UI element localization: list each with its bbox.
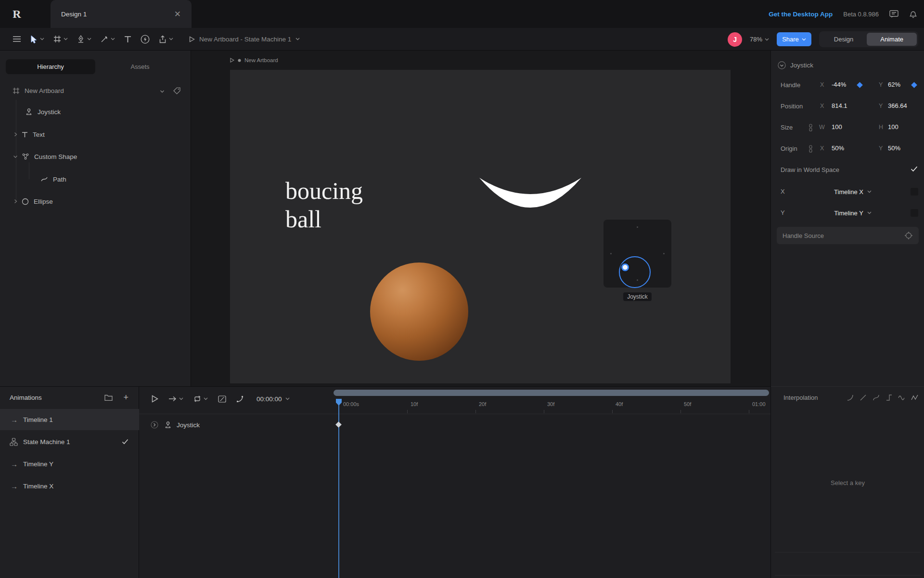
sidebar-tabs: Hierarchy Assets (6, 59, 185, 74)
expand-circle-icon[interactable] (151, 421, 158, 429)
events-tool[interactable] (141, 35, 150, 44)
playhead-line[interactable] (338, 405, 339, 578)
loop-mode-button[interactable] (193, 395, 208, 402)
interpolation-button[interactable] (236, 395, 244, 403)
tree-item-text[interactable]: Text (0, 125, 191, 144)
x-binding-dropdown[interactable]: Timeline X (799, 185, 907, 198)
origin-y-field[interactable]: 50% (888, 144, 900, 152)
avatar[interactable]: J (728, 32, 742, 47)
graph-editor-button[interactable] (218, 395, 226, 403)
x-binding-row: X Timeline X (771, 184, 924, 199)
checkmark-icon[interactable] (911, 166, 918, 172)
position-x-field[interactable]: 814.1 (832, 102, 847, 109)
link-dimensions-icon[interactable] (808, 124, 813, 131)
zoom-control[interactable]: 78% (750, 36, 769, 43)
chevron-down-icon[interactable] (160, 86, 165, 95)
tree-item-joystick[interactable]: Joystick (0, 102, 191, 121)
joystick-handle[interactable] (621, 263, 629, 271)
handle-y-field[interactable]: 62% (888, 81, 900, 88)
ellipse-icon (22, 198, 29, 205)
get-desktop-app-link[interactable]: Get the Desktop App (769, 11, 833, 18)
size-row: Size W 100 H 100 (771, 120, 924, 135)
interp-graph-icon[interactable] (910, 392, 920, 403)
time-display[interactable]: 00:00:00 (257, 395, 290, 403)
share-button[interactable]: Share (777, 32, 811, 46)
target-picker-icon[interactable] (904, 231, 913, 240)
position-row: Position X 814.1 Y 366.64 (771, 99, 924, 114)
select-tool[interactable] (30, 35, 44, 43)
collapse-chevron-icon[interactable] (13, 154, 18, 159)
interp-elastic-icon[interactable] (897, 392, 907, 403)
path-icon (40, 176, 48, 183)
origin-x-field[interactable]: 50% (832, 144, 844, 152)
animation-item-timeline-y[interactable]: → Timeline Y (0, 453, 139, 474)
file-tab[interactable]: Design 1 ✕ (51, 0, 192, 28)
feedback-icon[interactable] (889, 10, 898, 18)
text-tool[interactable] (124, 36, 131, 43)
work-area-bar[interactable] (334, 390, 769, 396)
handle-x-field[interactable]: -44% (832, 81, 846, 88)
tree-item-path[interactable]: Path (0, 170, 191, 189)
joystick-bound-dot (663, 253, 665, 254)
y-binding-dropdown[interactable]: Timeline Y (799, 206, 907, 220)
tree-item-ellipse[interactable]: Ellipse (0, 192, 191, 211)
notifications-bell-icon[interactable] (909, 10, 917, 18)
artboard-tree-row[interactable]: New Artboard (0, 82, 191, 99)
expand-chevron-icon[interactable] (13, 198, 18, 204)
canvas-viewport[interactable]: New Artboard boucing ball Joystick (191, 51, 770, 386)
shapes-tool[interactable] (101, 35, 115, 43)
timeline-arrow-icon: → (11, 416, 18, 424)
joystick-range-ring (619, 256, 651, 288)
play-button[interactable] (152, 395, 158, 403)
export-tool[interactable] (159, 35, 173, 43)
animate-mode-button[interactable]: Animate (867, 33, 917, 46)
position-y-field[interactable]: 366.64 (888, 102, 907, 109)
animation-item-timeline-1[interactable]: → Timeline 1 (0, 409, 139, 430)
tag-icon[interactable] (173, 87, 180, 94)
interp-cubic-icon[interactable] (871, 392, 881, 403)
handle-source-input[interactable]: Handle Source (777, 227, 919, 244)
collapse-circle-icon[interactable] (778, 61, 786, 69)
pen-tool[interactable] (77, 35, 91, 43)
artboard-surface[interactable]: boucing ball Joystick (230, 70, 731, 383)
bouncing-ball-text[interactable]: boucing ball (285, 177, 363, 234)
design-mode-button[interactable]: Design (821, 33, 867, 46)
y-binding-key-toggle[interactable] (911, 209, 918, 217)
joystick-bound-dot (637, 226, 638, 228)
play-icon (189, 36, 195, 42)
size-w-field[interactable]: 100 (832, 123, 842, 131)
beta-version-label: Beta 0.8.986 (843, 11, 879, 18)
tab-hierarchy[interactable]: Hierarchy (6, 59, 95, 74)
artboard-canvas-label[interactable]: New Artboard (230, 57, 278, 63)
expand-chevron-icon[interactable] (13, 131, 18, 137)
main-menu-icon[interactable] (13, 36, 21, 42)
animation-item-state-machine-1[interactable]: State Machine 1 (0, 431, 139, 452)
interp-hold-icon[interactable] (884, 392, 894, 403)
ruler-label: 00:00s (343, 401, 359, 407)
animation-item-timeline-x[interactable]: → Timeline X (0, 475, 139, 497)
tab-assets[interactable]: Assets (95, 59, 185, 74)
track-row-joystick[interactable]: Joystick (139, 414, 770, 435)
keyframe-diamond-icon[interactable] (911, 82, 917, 88)
ruler-label: 30f (547, 401, 554, 407)
link-dimensions-icon[interactable] (808, 145, 813, 153)
joystick-widget[interactable] (603, 220, 671, 288)
size-h-field[interactable]: 100 (888, 123, 898, 131)
tree-item-custom-shape[interactable]: Custom Shape (0, 147, 191, 166)
ball-shape[interactable] (370, 263, 468, 361)
artboard-tool[interactable] (53, 35, 68, 43)
smile-shape[interactable] (478, 175, 582, 212)
interp-linear-icon[interactable] (858, 392, 868, 403)
rive-logo[interactable]: R (0, 8, 34, 21)
playhead-marker[interactable] (336, 399, 342, 406)
x-binding-key-toggle[interactable] (911, 188, 918, 196)
keyframe-diamond-icon[interactable] (857, 82, 863, 88)
interp-ease-out-icon[interactable] (845, 392, 855, 403)
add-animation-icon[interactable]: + (123, 394, 128, 401)
artboard-state-breadcrumb[interactable]: New Artboard - State Machine 1 (189, 36, 300, 43)
folder-icon[interactable] (104, 394, 113, 401)
playback-mode-button[interactable] (168, 396, 183, 402)
close-icon[interactable]: ✕ (174, 9, 181, 19)
ruler-label: 01:00 (752, 401, 766, 407)
track-label: Joystick (177, 421, 200, 429)
